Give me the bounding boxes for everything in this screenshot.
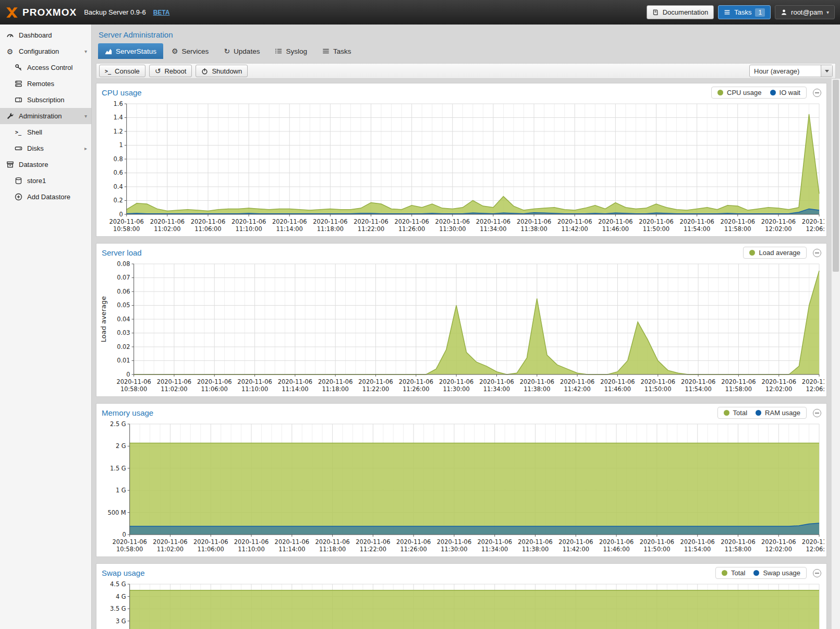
collapsed-caret-icon: ▸ [84, 146, 87, 151]
tab-serverstatus[interactable]: ServerStatus [98, 43, 163, 59]
power-icon [201, 68, 208, 75]
sidebar-item-access-control[interactable]: Access Control [0, 59, 91, 76]
collapse-icon[interactable] [813, 89, 821, 97]
svg-text:2020-11-06: 2020-11-06 [600, 378, 635, 385]
svg-text:11:38:00: 11:38:00 [524, 385, 550, 393]
scrollbar-thumb[interactable] [833, 80, 839, 272]
svg-text:2020-11-06: 2020-11-06 [560, 378, 594, 385]
sidebar-item-add-datastore[interactable]: Add Datastore [0, 189, 91, 205]
svg-text:11:06:00: 11:06:00 [194, 225, 221, 233]
shutdown-label: Shutdown [212, 67, 242, 75]
svg-text:1: 1 [119, 141, 123, 149]
proxmox-logo: PROXMOX [5, 6, 77, 19]
server-icon [14, 80, 22, 88]
tab-tasks[interactable]: Tasks [315, 43, 358, 59]
svg-text:11:58:00: 11:58:00 [724, 225, 751, 233]
svg-text:2020-11-06: 2020-11-06 [193, 538, 228, 546]
tab-services[interactable]: ⚙ Services [165, 43, 215, 59]
chart-legend: Total Swap usage [715, 567, 807, 579]
svg-text:11:58:00: 11:58:00 [725, 546, 751, 553]
terminal-icon: >_ [14, 128, 22, 137]
svg-text:11:30:00: 11:30:00 [443, 385, 470, 393]
charts-container: CPU usage CPU usage IO wait 00.20.40.60.… [96, 83, 827, 629]
svg-text:Load average: Load average [100, 296, 107, 343]
wrench-icon [6, 112, 14, 120]
svg-text:2020-11-06: 2020-11-06 [681, 378, 715, 385]
sidebar-item-store1[interactable]: store1 [0, 173, 91, 189]
collapse-icon[interactable] [813, 409, 821, 417]
select-trigger[interactable] [821, 65, 832, 77]
svg-text:10:58:00: 10:58:00 [113, 225, 140, 233]
svg-text:2020-11-06: 2020-11-06 [109, 218, 144, 225]
vertical-scrollbar[interactable] [831, 79, 840, 629]
svg-text:1.2: 1.2 [114, 128, 123, 135]
svg-text:2020-11-06: 2020-11-06 [517, 218, 551, 225]
sidebar-item-shell[interactable]: >_ Shell [0, 124, 91, 140]
svg-text:2020-11-06: 2020-11-06 [191, 218, 225, 225]
svg-text:11:54:00: 11:54:00 [684, 546, 711, 553]
console-label: Console [115, 67, 140, 75]
sidebar-item-configuration[interactable]: ⚙ Configuration ▾ [0, 43, 91, 59]
memory-usage-panel: Memory usage Total RAM usage 0500 M1 G1.… [96, 403, 827, 557]
documentation-button[interactable]: Documentation [647, 5, 714, 19]
chart-legend: Total RAM usage [717, 407, 807, 419]
beta-link[interactable]: BETA [153, 9, 170, 16]
tasks-button[interactable]: Tasks 1 [718, 5, 771, 19]
legend-swatch [722, 570, 727, 576]
svg-text:0: 0 [119, 211, 123, 218]
svg-text:2020-11-06: 2020-11-06 [641, 378, 675, 385]
svg-text:11:26:00: 11:26:00 [403, 385, 429, 393]
sidebar-item-subscription[interactable]: Subscription [0, 92, 91, 108]
svg-text:2020-11-06: 2020-11-06 [802, 538, 824, 546]
sidebar-item-datastore[interactable]: Datastore [0, 156, 91, 173]
tasks-count-badge: 1 [755, 8, 765, 17]
svg-text:11:18:00: 11:18:00 [319, 546, 346, 553]
tab-syslog[interactable]: Syslog [268, 43, 314, 59]
sidebar-item-label: Configuration [19, 47, 59, 55]
svg-text:11:58:00: 11:58:00 [725, 385, 752, 393]
sidebar-item-label: Disks [27, 144, 44, 152]
sidebar-item-disks[interactable]: Disks ▸ [0, 140, 91, 156]
sidebar-item-remotes[interactable]: Remotes [0, 76, 91, 92]
svg-text:11:02:00: 11:02:00 [161, 385, 187, 393]
collapse-icon[interactable] [813, 569, 821, 577]
svg-text:0.01: 0.01 [117, 357, 130, 364]
legend-swatch [753, 570, 759, 576]
svg-text:11:22:00: 11:22:00 [360, 546, 386, 553]
svg-text:2020-11-06: 2020-11-06 [476, 218, 510, 225]
user-menu-button[interactable]: root@pam ▾ [775, 5, 835, 19]
tab-label: ServerStatus [116, 47, 156, 55]
expand-caret-icon: ▾ [84, 49, 87, 54]
svg-text:11:06:00: 11:06:00 [198, 546, 224, 553]
svg-text:2020-11-06: 2020-11-06 [761, 538, 796, 546]
console-button[interactable]: >_ Console [99, 65, 145, 77]
svg-text:11:38:00: 11:38:00 [520, 225, 547, 233]
svg-text:2020-11-06: 2020-11-06 [112, 538, 147, 546]
svg-text:2020-11-06: 2020-11-06 [157, 378, 191, 385]
reboot-button[interactable]: ↺ Reboot [149, 65, 192, 77]
svg-text:11:46:00: 11:46:00 [602, 225, 629, 233]
svg-text:0.04: 0.04 [117, 316, 130, 323]
hdd-icon [14, 144, 22, 153]
collapse-icon[interactable] [813, 249, 821, 257]
svg-text:1.4: 1.4 [114, 114, 123, 121]
legend-label: CPU usage [727, 89, 761, 96]
svg-text:4 G: 4 G [116, 593, 126, 600]
svg-text:2020-11-06: 2020-11-06 [435, 218, 470, 225]
timeframe-select[interactable]: Hour (average) [749, 65, 833, 77]
svg-text:0.8: 0.8 [114, 155, 123, 163]
server-load-chart: 00.010.020.030.040.050.060.070.082020-11… [96, 261, 826, 396]
svg-text:2020-11-06: 2020-11-06 [721, 378, 756, 385]
sidebar-item-dashboard[interactable]: Dashboard [0, 27, 91, 43]
sidebar-item-administration[interactable]: Administration ▾ [0, 108, 91, 124]
svg-text:11:54:00: 11:54:00 [685, 385, 711, 393]
shutdown-button[interactable]: Shutdown [196, 65, 248, 77]
tab-updates[interactable]: ↻ Updates [217, 43, 266, 59]
svg-text:2020-11-06: 2020-11-06 [802, 218, 824, 225]
header-actions: Documentation Tasks 1 root@pam ▾ [647, 5, 835, 19]
svg-text:11:54:00: 11:54:00 [684, 225, 710, 233]
server-load-panel: Server load Load average 00.010.020.030.… [96, 243, 827, 397]
panel-header: Swap usage Total Swap usage [96, 564, 826, 581]
svg-text:11:18:00: 11:18:00 [322, 385, 349, 393]
svg-text:2020-11-06: 2020-11-06 [478, 538, 512, 546]
